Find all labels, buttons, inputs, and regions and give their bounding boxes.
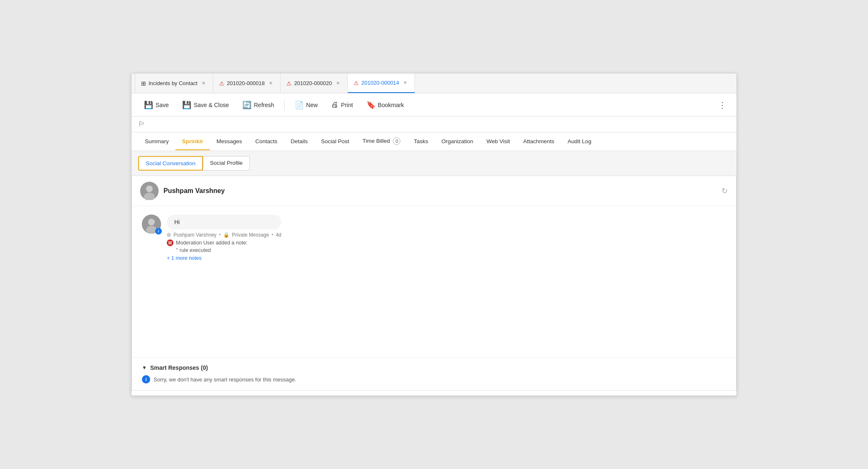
alert-icon: ⚠ [286, 80, 292, 87]
tab-time-billed[interactable]: Time Billed 0 [356, 132, 407, 151]
close-tab-button[interactable]: ✕ [402, 79, 409, 86]
facebook-badge: i [155, 228, 162, 234]
close-tab-button[interactable]: ✕ [334, 80, 341, 87]
tab-tasks[interactable]: Tasks [407, 133, 435, 150]
toolbar-divider [284, 99, 285, 111]
sub-tabs: Social Conversation Social Profile [132, 151, 736, 176]
tab-201020-000014[interactable]: ⚠ 201020-000014 ✕ [348, 73, 415, 93]
message-content: Hi Pushpam Varshney • 🔒 Private Message … [167, 215, 281, 261]
smart-responses-header[interactable]: ▼ Smart Responses (0) [142, 364, 726, 371]
message-row: i Hi Pushpam Varshney • 🔒 Private Messag… [142, 215, 726, 261]
print-icon: 🖨 [331, 100, 339, 109]
new-icon: 📄 [295, 100, 304, 110]
save-close-icon: 💾 [182, 100, 191, 110]
rule-text: " rule executed [167, 247, 281, 254]
message-area: i Hi Pushpam Varshney • 🔒 Private Messag… [132, 206, 736, 274]
smart-response-empty-message: i Sorry, we don't have any smart respons… [142, 375, 726, 384]
message-meta: Pushpam Varshney • 🔒 Private Message • 4… [167, 232, 281, 238]
toolbar: 💾 Save 💾 Save & Close 🔄 Refresh 📄 New 🖨 … [132, 93, 736, 117]
tab-incidents-by-contact[interactable]: ⊞ Incidents by Contact ✕ [135, 73, 213, 93]
close-tab-button[interactable]: ✕ [267, 80, 274, 87]
more-notes-link[interactable]: + 1 more notes [167, 255, 281, 261]
empty-message-text: Sorry, we don't have any smart responses… [154, 376, 296, 383]
tab-bar: ⊞ Incidents by Contact ✕ ⚠ 201020-000018… [132, 73, 736, 93]
new-button[interactable]: 📄 New [289, 98, 324, 112]
main-tabs: Summary Sprinklr Messages Contacts Detai… [132, 132, 736, 151]
tab-attachments[interactable]: Attachments [517, 133, 561, 150]
tab-audit-log[interactable]: Audit Log [561, 133, 598, 150]
profile-header: Pushpam Varshney ↻ [132, 176, 736, 206]
message-bubble: Hi [167, 215, 281, 230]
tab-social-post[interactable]: Social Post [315, 133, 356, 150]
save-label: Save [156, 102, 169, 108]
separator: • [219, 232, 221, 238]
tab-web-visit[interactable]: Web Visit [480, 133, 517, 150]
tab-label: 201020-000018 [227, 80, 265, 86]
sub-tab-social-conversation[interactable]: Social Conversation [138, 156, 203, 171]
message-author: Pushpam Varshney [173, 232, 217, 238]
bookmark-icon: 🔖 [366, 100, 375, 110]
bookmark-button[interactable]: 🔖 Bookmark [361, 98, 410, 112]
more-options-icon[interactable]: ⋮ [715, 98, 730, 112]
alert-icon: ⚠ [219, 80, 224, 87]
refresh-label: Refresh [254, 102, 274, 108]
flag-area: 🏳 [132, 117, 736, 132]
save-close-label: Save & Close [194, 102, 229, 108]
loading-spinner-icon: ↻ [722, 186, 728, 195]
tab-201020-000020[interactable]: ⚠ 201020-000020 ✕ [280, 73, 348, 93]
tab-label: Incidents by Contact [149, 80, 197, 86]
tab-sprinklr[interactable]: Sprinklr [176, 133, 210, 150]
save-button[interactable]: 💾 Save [138, 98, 175, 112]
lock-icon: 🔒 [223, 232, 229, 238]
tab-details[interactable]: Details [284, 133, 315, 150]
moderation-text: Moderation User added a note: [176, 240, 247, 246]
profile-name: Pushpam Varshney [163, 187, 225, 195]
main-panel: Pushpam Varshney ↻ i [132, 176, 736, 391]
moderation-icon: M [167, 239, 173, 246]
tab-summary[interactable]: Summary [138, 133, 176, 150]
print-button[interactable]: 🖨 Print [325, 98, 359, 112]
flag-icon: 🏳 [138, 120, 146, 128]
close-tab-button[interactable]: ✕ [200, 80, 207, 87]
message-avatar: i [142, 215, 161, 234]
smart-responses-section: ▼ Smart Responses (0) i Sorry, we don't … [132, 357, 736, 390]
rule-label: rule executed [180, 247, 211, 253]
tab-label: 201020-000020 [294, 80, 332, 86]
smart-responses-title: Smart Responses (0) [150, 364, 208, 371]
refresh-button[interactable]: 🔄 Refresh [237, 98, 280, 112]
save-icon: 💾 [144, 100, 153, 110]
profile-avatar [140, 182, 158, 200]
sub-tab-social-profile[interactable]: Social Profile [203, 156, 250, 171]
tab-contacts[interactable]: Contacts [249, 133, 284, 150]
status-dot [167, 233, 171, 237]
alert-icon: ⚠ [354, 80, 359, 86]
app-window: ⊞ Incidents by Contact ✕ ⚠ 201020-000018… [131, 73, 737, 396]
print-label: Print [341, 102, 353, 108]
svg-point-1 [146, 186, 153, 192]
new-label: New [306, 102, 318, 108]
tab-201020-000018[interactable]: ⚠ 201020-000018 ✕ [213, 73, 280, 93]
message-type: Private Message [232, 232, 269, 238]
moderation-note: M Moderation User added a note: [167, 239, 281, 246]
info-icon: i [142, 375, 150, 384]
tab-messages[interactable]: Messages [210, 133, 249, 150]
profile-info: Pushpam Varshney [140, 182, 225, 200]
tab-organization[interactable]: Organization [435, 133, 480, 150]
message-time: 4d [276, 232, 281, 238]
separator2: • [271, 232, 273, 238]
refresh-icon: 🔄 [242, 100, 251, 110]
grid-icon: ⊞ [141, 80, 146, 87]
svg-point-4 [148, 219, 155, 225]
tab-label: 201020-000014 [361, 80, 399, 86]
content-area: Social Conversation Social Profile [132, 151, 736, 391]
quote-icon: " [176, 247, 178, 254]
chevron-down-icon: ▼ [142, 365, 147, 371]
bookmark-label: Bookmark [378, 102, 404, 108]
save-close-button[interactable]: 💾 Save & Close [176, 98, 235, 112]
